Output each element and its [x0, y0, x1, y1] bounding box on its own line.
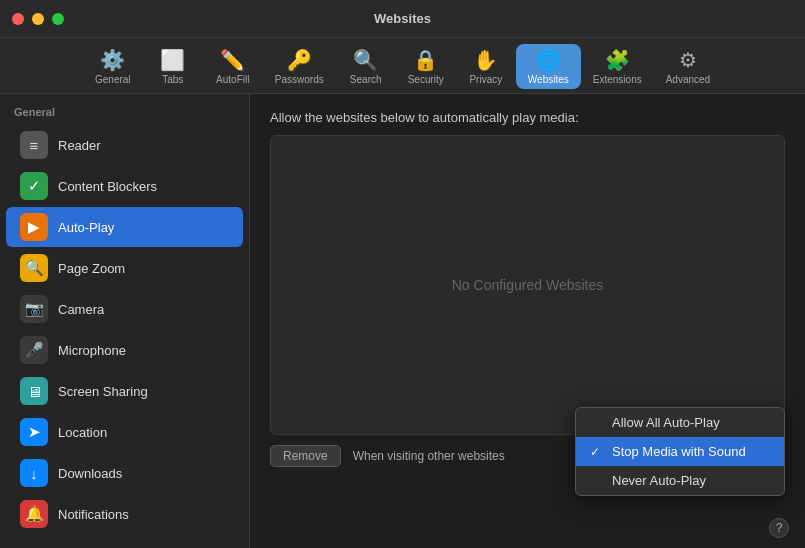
main-layout: General ≡ Reader ✓ Content Blockers ▶ Au…: [0, 94, 805, 548]
security-icon: 🔒: [413, 48, 438, 72]
remove-button[interactable]: Remove: [270, 445, 341, 467]
window-title: Websites: [374, 11, 431, 26]
minimize-button[interactable]: [32, 13, 44, 25]
autofill-icon: ✏️: [220, 48, 245, 72]
close-button[interactable]: [12, 13, 24, 25]
sidebar-item-camera[interactable]: 📷 Camera: [6, 289, 243, 329]
general-label: General: [95, 74, 131, 85]
sidebar-item-notifications[interactable]: 🔔 Notifications: [6, 494, 243, 534]
help-button[interactable]: ?: [769, 518, 789, 538]
page-zoom-icon: 🔍: [20, 254, 48, 282]
toolbar-autofill[interactable]: ✏️ AutoFill: [203, 44, 263, 89]
sidebar-screen-sharing-label: Screen Sharing: [58, 384, 148, 399]
privacy-label: Privacy: [469, 74, 502, 85]
toolbar-search[interactable]: 🔍 Search: [336, 44, 396, 89]
sidebar-item-location[interactable]: ➤ Location: [6, 412, 243, 452]
passwords-label: Passwords: [275, 74, 324, 85]
search-label: Search: [350, 74, 382, 85]
sidebar-content-blockers-label: Content Blockers: [58, 179, 157, 194]
sidebar-item-microphone[interactable]: 🎤 Microphone: [6, 330, 243, 370]
toolbar-advanced[interactable]: ⚙ Advanced: [654, 44, 722, 89]
sidebar-section-general: General: [0, 102, 249, 124]
autofill-label: AutoFill: [216, 74, 249, 85]
maximize-button[interactable]: [52, 13, 64, 25]
microphone-icon: 🎤: [20, 336, 48, 364]
sidebar-auto-play-label: Auto-Play: [58, 220, 114, 235]
stop-media-check: ✓: [590, 445, 604, 459]
content-blockers-icon: ✓: [20, 172, 48, 200]
toolbar: ⚙️ General ⬜ Tabs ✏️ AutoFill 🔑 Password…: [0, 38, 805, 94]
sidebar-item-page-zoom[interactable]: 🔍 Page Zoom: [6, 248, 243, 288]
toolbar-privacy[interactable]: ✋ Privacy: [456, 44, 516, 89]
search-icon: 🔍: [353, 48, 378, 72]
sidebar-microphone-label: Microphone: [58, 343, 126, 358]
sidebar-notifications-label: Notifications: [58, 507, 129, 522]
security-label: Security: [408, 74, 444, 85]
toolbar-general[interactable]: ⚙️ General: [83, 44, 143, 89]
camera-icon: 📷: [20, 295, 48, 323]
tabs-label: Tabs: [162, 74, 183, 85]
sidebar-camera-label: Camera: [58, 302, 104, 317]
sidebar-item-content-blockers[interactable]: ✓ Content Blockers: [6, 166, 243, 206]
never-auto-label: Never Auto-Play: [612, 473, 706, 488]
sidebar-location-label: Location: [58, 425, 107, 440]
sidebar-item-downloads[interactable]: ↓ Downloads: [6, 453, 243, 493]
titlebar: Websites: [0, 0, 805, 38]
stop-media-label: Stop Media with Sound: [612, 444, 746, 459]
websites-icon: 🌐: [536, 48, 561, 72]
websites-label: Websites: [528, 74, 569, 85]
window-controls: [12, 13, 64, 25]
extensions-icon: 🧩: [605, 48, 630, 72]
dropdown-item-never-auto[interactable]: Never Auto-Play: [576, 466, 784, 495]
toolbar-extensions[interactable]: 🧩 Extensions: [581, 44, 654, 89]
notifications-icon: 🔔: [20, 500, 48, 528]
downloads-icon: ↓: [20, 459, 48, 487]
autoplay-dropdown: Allow All Auto-Play ✓ Stop Media with So…: [575, 407, 785, 496]
toolbar-websites[interactable]: 🌐 Websites: [516, 44, 581, 89]
tabs-icon: ⬜: [160, 48, 185, 72]
extensions-label: Extensions: [593, 74, 642, 85]
toolbar-passwords[interactable]: 🔑 Passwords: [263, 44, 336, 89]
auto-play-icon: ▶: [20, 213, 48, 241]
no-websites-text: No Configured Websites: [452, 277, 603, 293]
toolbar-security[interactable]: 🔒 Security: [396, 44, 456, 89]
sidebar-item-screen-sharing[interactable]: 🖥 Screen Sharing: [6, 371, 243, 411]
allow-all-label: Allow All Auto-Play: [612, 415, 720, 430]
advanced-label: Advanced: [666, 74, 710, 85]
sidebar-item-auto-play[interactable]: ▶ Auto-Play: [6, 207, 243, 247]
privacy-icon: ✋: [473, 48, 498, 72]
location-icon: ➤: [20, 418, 48, 446]
advanced-icon: ⚙: [679, 48, 697, 72]
sidebar-item-reader[interactable]: ≡ Reader: [6, 125, 243, 165]
toolbar-tabs[interactable]: ⬜ Tabs: [143, 44, 203, 89]
sidebar-reader-label: Reader: [58, 138, 101, 153]
content-area: Allow the websites below to automaticall…: [250, 94, 805, 548]
dropdown-item-allow-all[interactable]: Allow All Auto-Play: [576, 408, 784, 437]
screen-sharing-icon: 🖥: [20, 377, 48, 405]
sidebar: General ≡ Reader ✓ Content Blockers ▶ Au…: [0, 94, 250, 548]
websites-list-box: No Configured Websites: [270, 135, 785, 435]
content-description: Allow the websites below to automaticall…: [270, 110, 785, 125]
general-icon: ⚙️: [100, 48, 125, 72]
dropdown-item-stop-media[interactable]: ✓ Stop Media with Sound: [576, 437, 784, 466]
sidebar-downloads-label: Downloads: [58, 466, 122, 481]
sidebar-page-zoom-label: Page Zoom: [58, 261, 125, 276]
passwords-icon: 🔑: [287, 48, 312, 72]
reader-icon: ≡: [20, 131, 48, 159]
